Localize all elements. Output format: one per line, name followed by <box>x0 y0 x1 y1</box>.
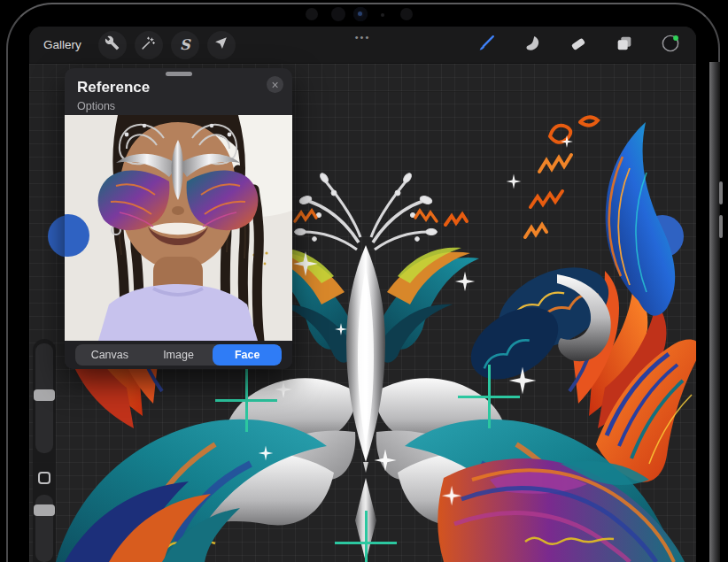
camera-lens <box>331 7 345 21</box>
tab-canvas[interactable]: Canvas <box>75 344 144 366</box>
ipad-photo: Gallery S <box>0 0 728 562</box>
transform-arrow-icon <box>213 35 228 54</box>
mic-dot <box>381 13 384 17</box>
reference-photo[interactable] <box>65 115 292 341</box>
color-circle-icon <box>661 34 680 57</box>
canvas-settings-handle[interactable]: ••• <box>355 32 371 42</box>
camera-dot <box>306 8 318 20</box>
eraser-button[interactable] <box>565 32 592 58</box>
opacity-handle[interactable] <box>34 504 55 516</box>
device-side-rail <box>709 62 720 562</box>
smudge-finger-icon <box>523 34 542 57</box>
panel-drag-handle[interactable] <box>166 72 192 76</box>
tab-face[interactable]: Face <box>213 344 282 366</box>
toolbar: Gallery S <box>29 27 696 64</box>
volume-up-button <box>719 181 723 204</box>
reference-panel: Reference Options × <box>65 68 292 369</box>
paint-brush-icon <box>476 34 496 57</box>
panel-options-button[interactable]: Options <box>77 100 115 112</box>
sidebar-sliders <box>33 339 56 562</box>
camera-dot <box>400 8 413 20</box>
selection-s-icon: S <box>180 38 190 52</box>
brush-size-handle[interactable] <box>34 389 55 401</box>
reference-mode-tabs: Canvas Image Face <box>65 341 292 369</box>
close-icon[interactable]: × <box>267 76 283 93</box>
panel-title: Reference <box>77 79 150 96</box>
layers-icon <box>615 34 634 57</box>
camera-lens-glint <box>358 12 362 16</box>
volume-down-button <box>719 215 723 238</box>
wrench-icon <box>105 35 120 54</box>
modify-button[interactable] <box>38 472 50 484</box>
color-button[interactable] <box>657 32 684 58</box>
adjustments-button[interactable] <box>135 31 163 59</box>
magic-wand-icon <box>141 35 156 54</box>
face-camera-feed <box>65 115 292 341</box>
paint-brush-button[interactable] <box>473 32 500 58</box>
gallery-button[interactable]: Gallery <box>43 38 81 51</box>
actions-button[interactable] <box>98 31 127 59</box>
tab-image[interactable]: Image <box>144 344 213 366</box>
eraser-icon <box>569 34 588 57</box>
layers-button[interactable] <box>611 32 638 58</box>
transform-button[interactable] <box>207 31 236 59</box>
selection-button[interactable]: S <box>171 31 199 59</box>
smudge-button[interactable] <box>519 32 546 58</box>
